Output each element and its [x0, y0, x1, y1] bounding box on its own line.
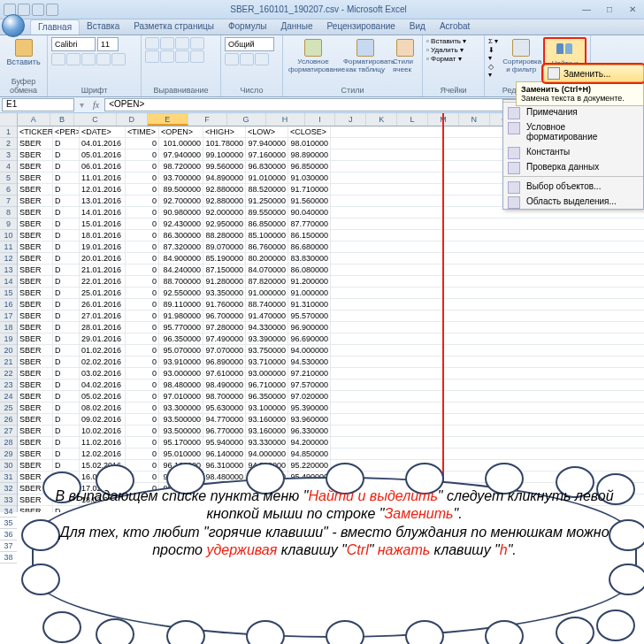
col-header[interactable]: N [459, 113, 490, 126]
table-row[interactable]: SBERD21.01.2016084.24000087.15000084.070… [18, 264, 644, 276]
table-row[interactable]: SBERD19.01.2016087.32000089.07000086.760… [18, 242, 644, 253]
replace-tooltip: Заменить (Ctrl+H)Замена текста в докумен… [516, 81, 644, 106]
table-row[interactable]: SBERD22.01.2016088.70000091.28000087.820… [18, 276, 644, 288]
ctx-selection-pane[interactable]: Область выделения... [503, 194, 643, 209]
font-name[interactable]: Calibri [51, 37, 96, 51]
col-header[interactable]: B [50, 113, 75, 126]
tab-page-layout[interactable]: Разметка страницы [126, 19, 221, 34]
col-header[interactable]: G [227, 113, 266, 126]
col-header[interactable]: C [74, 113, 117, 126]
format-table[interactable]: Форматировать как таблицу [341, 37, 389, 75]
table-row[interactable]: SBERD25.01.2016092.55000093.35000091.000… [18, 288, 644, 299]
table-row[interactable]: SBERD29.01.2016096.35000097.49000093.390… [18, 334, 644, 345]
binoculars-icon [555, 41, 576, 58]
ctx-constants[interactable]: Константы [503, 144, 643, 159]
minimize-button[interactable]: — [575, 2, 598, 18]
replace-menu-item[interactable]: Заменить... [543, 65, 644, 82]
col-header[interactable]: F [188, 113, 227, 126]
table-row[interactable]: SBERD11.02.2016095.17000095.94000093.330… [18, 437, 644, 448]
table-row[interactable]: SBERD09.02.2016093.50000094.77000093.160… [18, 414, 644, 426]
col-header[interactable]: E [148, 113, 188, 126]
col-header[interactable]: I [305, 113, 336, 126]
col-header[interactable]: A [18, 113, 50, 126]
instruction-bubble: В выпадающем списке пункта меню "Найти и… [34, 479, 635, 636]
table-row[interactable]: SBERD18.01.2016086.30000088.28000085.100… [18, 230, 644, 242]
ctx-comments[interactable]: Примечания [503, 104, 643, 119]
fx-icon[interactable]: fx [88, 100, 104, 110]
font-size[interactable]: 11 [97, 37, 119, 51]
tab-review[interactable]: Рецензирование [320, 19, 402, 34]
ribbon-tabs: Главная Вставка Разметка страницы Формул… [0, 19, 644, 35]
tab-formulas[interactable]: Формулы [221, 19, 274, 34]
tab-data[interactable]: Данные [273, 19, 319, 34]
table-row[interactable]: SBERD05.02.2016097.01000098.70000096.350… [18, 391, 644, 402]
table-row[interactable]: SBERD27.01.2016091.98000096.70000091.470… [18, 310, 644, 322]
find-dropdown: Примечания Условное форматирование Конст… [502, 99, 644, 210]
table-row[interactable]: SBERD08.02.2016093.30000095.63000093.100… [18, 402, 644, 414]
table-row[interactable]: SBERD04.02.2016098.48000098.49000096.710… [18, 380, 644, 391]
col-header[interactable]: K [366, 113, 397, 126]
table-row[interactable]: SBERD20.01.2016084.90000085.19000080.200… [18, 253, 644, 264]
table-row[interactable]: SBERD02.02.2016093.91000096.89000093.710… [18, 356, 644, 368]
number-format[interactable]: Общий [225, 37, 274, 51]
col-header[interactable]: H [266, 113, 305, 126]
ctx-select-objects[interactable]: Выбор объектов... [503, 179, 643, 194]
tab-acrobat[interactable]: Acrobat [433, 19, 477, 34]
table-row[interactable]: SBERD03.02.2016093.00000097.61000093.000… [18, 368, 644, 380]
close-button[interactable]: ✕ [621, 2, 644, 18]
cells-format[interactable]: ▫ Формат ▾ [426, 55, 462, 63]
name-box[interactable]: E1 [2, 98, 74, 111]
table-row[interactable]: SBERD01.02.2016095.07000097.07000093.750… [18, 345, 644, 356]
col-header[interactable]: D [117, 113, 148, 126]
table-row[interactable]: SBERD12.02.2016095.01000096.14000094.000… [18, 448, 644, 460]
table-row[interactable]: SBERD15.01.2016092.43000092.95000086.850… [18, 218, 644, 230]
maximize-button[interactable]: □ [598, 2, 621, 18]
col-header[interactable]: L [397, 113, 428, 126]
quick-access-toolbar[interactable] [0, 4, 62, 16]
cells-insert[interactable]: ▫ Вставить ▾ [426, 37, 466, 45]
ctx-cond-format[interactable]: Условное форматирование [503, 119, 643, 144]
window-title: SBER_160101_190207.csv - Microsoft Excel [62, 4, 575, 14]
ctx-validation[interactable]: Проверка данных [503, 159, 643, 174]
table-row[interactable]: SBERD28.01.2016095.77000097.28000094.330… [18, 322, 644, 334]
table-row[interactable]: SBERD26.01.2016089.11000091.76000088.740… [18, 299, 644, 310]
sort-filter[interactable]: Сортировка и фильтр [501, 37, 541, 75]
cells-delete[interactable]: ▫ Удалить ▾ [426, 46, 464, 54]
paste-button[interactable]: Вставить [4, 37, 43, 68]
cond-format[interactable]: Условное форматирование [287, 37, 340, 75]
font-style-row[interactable] [51, 53, 126, 65]
col-header[interactable]: J [335, 113, 366, 126]
table-row[interactable]: SBERD10.02.2016093.50000096.77000093.160… [18, 426, 644, 437]
office-button[interactable] [2, 14, 25, 37]
cell-styles[interactable]: Стили ячеек [391, 37, 418, 75]
tab-home[interactable]: Главная [30, 19, 80, 34]
tab-insert[interactable]: Вставка [80, 19, 126, 34]
tab-view[interactable]: Вид [402, 19, 433, 34]
